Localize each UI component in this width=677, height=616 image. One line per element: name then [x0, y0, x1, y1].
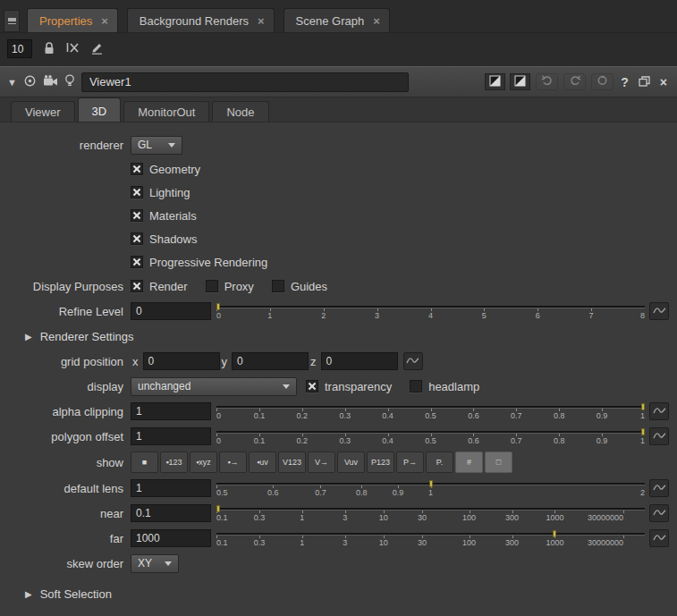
max-panels-input[interactable]: [7, 39, 32, 58]
refine-level-input[interactable]: [131, 302, 211, 320]
materials-checkbox[interactable]: [131, 209, 143, 222]
float-panel-button[interactable]: [636, 75, 653, 89]
camera-button[interactable]: [43, 75, 58, 89]
far-input[interactable]: [131, 529, 211, 547]
revert-button[interactable]: [591, 73, 614, 90]
show-axes-button[interactable]: #: [455, 451, 483, 473]
triangle-right-icon[interactable]: ▶: [25, 332, 32, 342]
show-vertex-values-button[interactable]: V123: [278, 451, 306, 473]
progressive-rendering-label: Progressive Rendering: [149, 256, 267, 269]
show-prim-normals-button[interactable]: P→: [396, 451, 424, 473]
show-points-button[interactable]: ■: [131, 451, 158, 473]
renderer-dropdown[interactable]: GL: [131, 136, 182, 155]
node-name-input[interactable]: [81, 72, 409, 92]
swap-ab-alt-button[interactable]: [510, 73, 530, 90]
curve-icon: [406, 355, 419, 368]
close-tab-icon[interactable]: ×: [101, 14, 108, 28]
display-dropdown[interactable]: unchanged: [131, 377, 297, 396]
lighting-label: Lighting: [149, 186, 190, 199]
proxy-checkbox[interactable]: [206, 280, 218, 292]
render-label: Render: [149, 280, 188, 293]
clear-all-panels-button[interactable]: [90, 41, 104, 57]
redo-button[interactable]: [563, 73, 586, 90]
chevron-down-icon: [168, 143, 175, 148]
refine-level-label: Refine Level: [0, 305, 131, 318]
show-point-normals-icon: ▪→: [227, 458, 238, 467]
polygon-offset-input[interactable]: [131, 427, 211, 445]
skew-order-dropdown[interactable]: XY: [131, 554, 179, 573]
show-bbox-button[interactable]: □: [485, 451, 512, 473]
near-curve-button[interactable]: [649, 504, 669, 522]
grid-position-x-input[interactable]: [143, 352, 220, 370]
show-vertex-uvs-button[interactable]: Vuv: [337, 451, 365, 473]
alpha-clipping-slider[interactable]: 00.10.20.30.40.50.60.70.80.91: [216, 402, 645, 421]
tab-monitorout[interactable]: MonitorOut: [123, 101, 209, 122]
close-tab-icon[interactable]: ×: [373, 14, 380, 28]
show-point-xyz-button[interactable]: ▪xyz: [190, 451, 217, 473]
tab-properties[interactable]: Properties ×: [27, 8, 118, 32]
render-checkbox[interactable]: [131, 280, 143, 292]
skew-order-value: XY: [138, 557, 152, 570]
show-point-values-button[interactable]: ▪123: [160, 451, 188, 473]
near-label: near: [0, 507, 131, 520]
properties-bin-toolbar: [0, 33, 677, 66]
center-viewer-button[interactable]: [23, 74, 37, 90]
undo-button[interactable]: [536, 73, 558, 90]
far-curve-button[interactable]: [649, 529, 669, 547]
pencil-icon: [90, 41, 104, 57]
grid-position-row: grid position x y z: [0, 349, 673, 374]
tab-scene-graph[interactable]: Scene Graph ×: [283, 8, 390, 32]
triangle-right-icon[interactable]: ▶: [25, 589, 32, 599]
refine-level-curve-button[interactable]: [649, 302, 669, 320]
show-point-uvs-button[interactable]: ▪uv: [249, 451, 276, 473]
curve-icon: [653, 305, 666, 318]
polygon-offset-curve-button[interactable]: [649, 427, 669, 445]
close-all-panels-button[interactable]: [66, 41, 80, 56]
revert-arrow-icon: [597, 75, 608, 89]
near-input[interactable]: [131, 504, 211, 522]
alpha-clipping-input[interactable]: [131, 402, 211, 420]
show-vertex-uvs-icon: Vuv: [344, 458, 358, 467]
curve-icon: [653, 430, 666, 443]
tab-viewer[interactable]: Viewer: [11, 101, 75, 122]
default-lens-input[interactable]: [131, 479, 211, 497]
diagonal-square-icon: [489, 75, 501, 89]
tab-background-renders[interactable]: Background Renders ×: [127, 8, 275, 32]
headlamp-checkbox[interactable]: [410, 380, 422, 392]
show-vertex-normals-button[interactable]: V→: [308, 451, 335, 473]
light-button[interactable]: [64, 74, 75, 90]
polygon-offset-slider[interactable]: 00.10.20.30.40.50.60.70.80.91: [216, 427, 645, 446]
close-panel-button[interactable]: ×: [657, 75, 670, 89]
show-prim-centers-button[interactable]: P.: [426, 451, 453, 473]
far-slider[interactable]: 0.10.3131030100300100030000000: [216, 529, 645, 548]
default-lens-curve-button[interactable]: [649, 479, 669, 497]
show-prim-values-button[interactable]: P123: [367, 451, 394, 473]
tab-node[interactable]: Node: [212, 101, 268, 122]
alpha-clipping-curve-button[interactable]: [649, 402, 669, 420]
close-tab-icon[interactable]: ×: [258, 14, 265, 28]
near-slider[interactable]: 0.10.3131030100300100030000000: [216, 504, 645, 523]
collapse-panel-button[interactable]: ▼: [7, 77, 17, 88]
lock-panels-button[interactable]: [43, 41, 55, 57]
progressive-rendering-checkbox[interactable]: [131, 256, 143, 268]
pane-menu-button[interactable]: [4, 10, 20, 32]
grid-position-z-input[interactable]: [321, 352, 398, 370]
soft-selection-group[interactable]: ▶ Soft Selection: [0, 581, 673, 606]
grid-position-curve-button[interactable]: [403, 352, 423, 370]
guides-checkbox[interactable]: [272, 280, 284, 292]
shadows-checkbox[interactable]: [131, 232, 143, 245]
swap-ab-button[interactable]: [485, 73, 505, 90]
renderer-settings-group[interactable]: ▶ Renderer Settings: [0, 324, 673, 349]
curve-icon: [653, 507, 666, 520]
geometry-checkbox[interactable]: [131, 163, 143, 175]
refine-level-slider[interactable]: 012345678: [216, 302, 645, 321]
lighting-checkbox[interactable]: [131, 186, 143, 198]
default-lens-slider[interactable]: 0.50.60.70.80.912: [216, 479, 645, 498]
transparency-checkbox[interactable]: [306, 380, 318, 392]
grid-position-y-input[interactable]: [232, 352, 309, 370]
help-button[interactable]: ?: [618, 75, 631, 89]
chevron-down-icon: [283, 384, 290, 389]
soft-selection-label: Soft Selection: [40, 587, 112, 601]
show-point-normals-button[interactable]: ▪→: [219, 451, 247, 473]
tab-3d[interactable]: 3D: [78, 97, 122, 122]
